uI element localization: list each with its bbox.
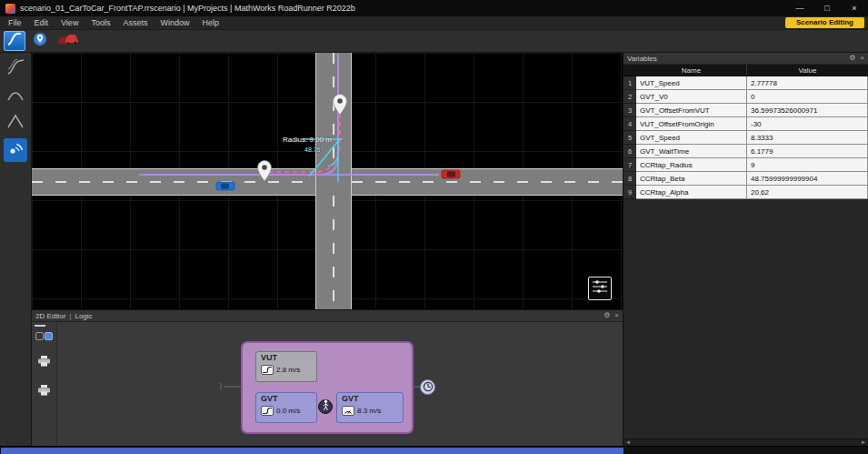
scene-viewport[interactable]: Radius: 9.00 m 48.76° [32, 53, 623, 309]
variable-value-cell[interactable]: 0 [747, 90, 868, 104]
spline-tool-button[interactable] [4, 111, 27, 135]
printer-button-2[interactable] [37, 384, 51, 400]
menu-view[interactable]: View [55, 18, 85, 27]
close-icon[interactable]: × [860, 53, 864, 64]
value-column-header[interactable]: Value [747, 65, 868, 76]
menu-bar: File Edit View Tools Assets Window Help … [0, 16, 868, 29]
scrollbar-thumb[interactable] [1, 448, 624, 454]
vehicle-assets-button[interactable] [55, 31, 82, 51]
menu-tools[interactable]: Tools [85, 18, 116, 27]
main-area: Radius: 9.00 m 48.76° 2D [0, 53, 868, 446]
menu-file[interactable]: File [2, 18, 28, 27]
route-timing-tool-button[interactable] [29, 31, 51, 51]
toggle-left-icon [35, 332, 44, 340]
gvt-speed-node[interactable]: GVT 8.3 m/s [336, 392, 404, 423]
variable-name-cell[interactable]: VUT_OffsetFromOrigin [636, 117, 747, 131]
vut-route-path[interactable] [139, 53, 439, 175]
variable-name-cell[interactable]: GVT_Speed [636, 131, 747, 145]
variable-name-cell[interactable]: VUT_Speed [636, 76, 747, 90]
tab-logic[interactable]: Logic [75, 312, 92, 320]
variable-name-cell[interactable]: CCRtap_Radius [636, 158, 747, 172]
printer-icon [37, 384, 51, 400]
path-action-icon [261, 406, 274, 416]
arc-icon [5, 85, 25, 106]
vehicle-vut[interactable] [216, 182, 234, 190]
menu-help[interactable]: Help [195, 18, 225, 27]
sensor-tool-button[interactable] [4, 138, 27, 162]
phase-container-node[interactable]: VUT 2.8 m/s GVT [241, 341, 414, 434]
road-curve-icon [6, 32, 23, 50]
minimize-button[interactable]: — [786, 0, 813, 16]
radius-label: Radius: 9.00 m [283, 136, 332, 144]
waypoint-clock-icon [32, 31, 48, 51]
scenario-edit-tool-button[interactable] [4, 31, 25, 51]
curve-road-tool-button[interactable] [4, 56, 27, 80]
spline-icon [5, 112, 25, 134]
bottom-scrollbar[interactable] [0, 446, 868, 454]
variables-empty-area [624, 199, 868, 439]
row-number: 5 [624, 131, 636, 145]
variable-name-cell[interactable]: GVT_OffsetFromVUT [636, 104, 747, 117]
vut-action-node[interactable]: VUT 2.8 m/s [255, 351, 317, 382]
variable-value-cell[interactable]: 9 [747, 158, 868, 172]
variable-row[interactable]: 5 GVT_Speed 8.3333 [624, 131, 868, 145]
printer-button-1[interactable] [37, 355, 51, 371]
menu-window[interactable]: Window [154, 18, 195, 27]
variable-row[interactable]: 1 VUT_Speed 2.77778 [624, 76, 868, 90]
variable-row[interactable]: 2 GVT_V0 0 [624, 90, 868, 104]
toggle-right-icon [45, 332, 53, 340]
name-column-header[interactable]: Name [636, 65, 747, 76]
menu-edit[interactable]: Edit [28, 18, 55, 27]
variable-row[interactable]: 9 CCRtap_Alpha 20.62 [624, 186, 868, 199]
gear-icon[interactable]: ⚙ [849, 53, 855, 64]
variable-row[interactable]: 3 GVT_OffsetFromVUT 36.59973526000971 [624, 104, 868, 117]
variable-row[interactable]: 8 CCRtap_Beta 48.75999999999904 [624, 172, 868, 186]
close-icon[interactable]: × [614, 310, 619, 321]
variable-value-cell[interactable]: 20.62 [747, 186, 868, 199]
variable-value-cell[interactable]: 2.77778 [747, 76, 868, 90]
close-button[interactable]: × [841, 0, 868, 16]
variable-name-cell[interactable]: CCRtap_Beta [636, 172, 747, 186]
roadrunner-window: scenario_01_CarToCar_FrontTAP.rrscenario… [0, 0, 868, 454]
variable-row[interactable]: 7 CCRtap_Radius 9 [624, 158, 868, 172]
vehicle-gvt[interactable] [442, 170, 460, 178]
variable-value-cell[interactable]: 48.75999999999904 [747, 172, 868, 186]
variable-value-cell[interactable]: 6.1779 [747, 145, 868, 158]
gvt-wait-node[interactable]: GVT 0.0 m/s [255, 392, 317, 423]
waypoint-pin-west[interactable] [258, 161, 272, 182]
variable-row[interactable]: 6 GVT_WaitTime 6.1779 [624, 145, 868, 158]
gear-icon[interactable]: ⚙ [604, 310, 610, 321]
view-toggle-button[interactable] [35, 332, 53, 340]
row-number: 6 [624, 145, 636, 158]
logic-canvas[interactable]: VUT 2.8 m/s GVT [57, 322, 623, 446]
input-connector [224, 386, 241, 388]
variables-scrollbar[interactable]: ◄ ► [624, 439, 868, 446]
variable-value-cell[interactable]: 36.59973526000971 [747, 104, 868, 117]
printer-icon [37, 355, 51, 371]
arc-tool-button[interactable] [4, 84, 27, 107]
menu-assets[interactable]: Assets [116, 18, 154, 27]
tab-2d-editor[interactable]: 2D Editor [35, 312, 65, 320]
cars-icon [56, 32, 80, 50]
row-number: 9 [624, 186, 636, 199]
variable-value-cell[interactable]: 8.3333 [747, 131, 868, 145]
row-number: 7 [624, 158, 636, 172]
scroll-right-icon[interactable]: ► [861, 439, 866, 446]
variable-name-cell[interactable]: GVT_WaitTime [636, 145, 747, 158]
variable-value-cell[interactable]: -30 [747, 117, 868, 131]
variable-name-cell[interactable]: CCRtap_Alpha [636, 186, 747, 199]
waypoint-pin-north[interactable] [334, 95, 347, 116]
toolbar [0, 29, 868, 53]
variable-row[interactable]: 4 VUT_OffsetFromOrigin -30 [624, 117, 868, 131]
scroll-left-icon[interactable]: ◄ [625, 439, 631, 446]
sliders-icon [592, 278, 608, 298]
display-options-button[interactable] [588, 277, 612, 300]
actor-condition-badge[interactable] [318, 399, 333, 414]
variable-name-cell[interactable]: GVT_V0 [636, 90, 747, 104]
app-icon [5, 4, 15, 14]
maximize-button[interactable]: □ [813, 0, 841, 16]
trajectory-overlay [32, 53, 623, 309]
node-speed: 8.3 m/s [357, 407, 381, 415]
input-port-cap [220, 383, 222, 390]
wait-condition-badge[interactable] [420, 379, 435, 395]
